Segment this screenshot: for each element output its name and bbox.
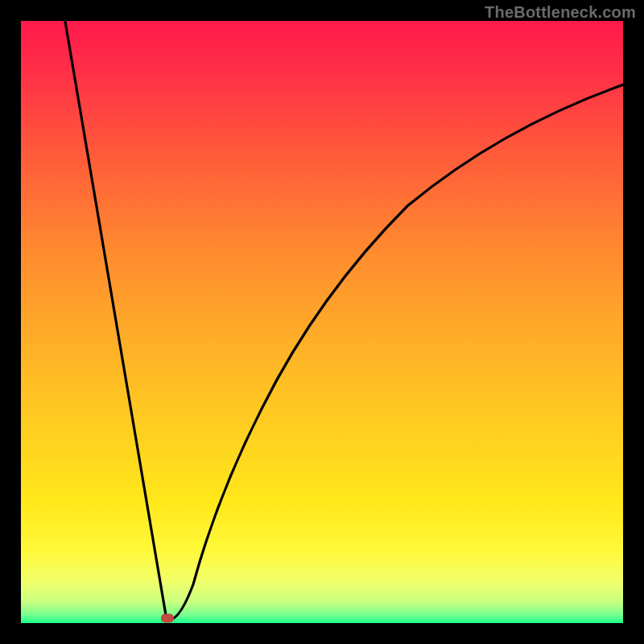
chart-frame: TheBottleneck.com: [0, 0, 644, 644]
bottleneck-curve: [21, 21, 623, 623]
plot-area: [21, 21, 623, 623]
watermark-text: TheBottleneck.com: [485, 3, 636, 22]
curve-path: [64, 21, 623, 620]
minimum-marker: [161, 614, 174, 623]
